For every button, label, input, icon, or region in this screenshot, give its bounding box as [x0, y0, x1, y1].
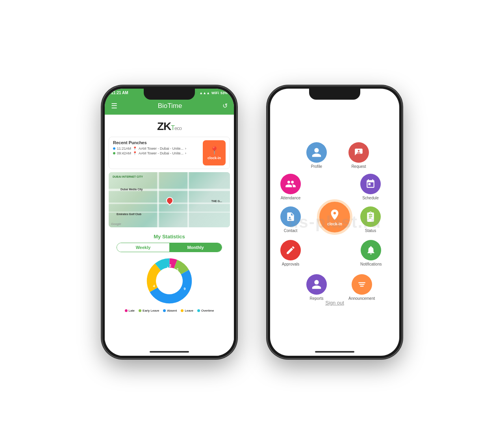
- approvals-label: Approvals: [282, 262, 299, 266]
- map-label-emirates: Emirates Golf Club: [117, 213, 141, 215]
- legend-leave: Leave: [181, 309, 193, 312]
- recent-punches: Recent Punches 11:21AM 📍 AAM Tower - Dub…: [109, 137, 230, 169]
- contact-label: Contact: [284, 229, 297, 233]
- announcement-icon-circle: [352, 274, 372, 295]
- legend-late: Late: [125, 309, 135, 312]
- profile-icon-circle: [306, 142, 327, 163]
- schedule-label: Schedule: [362, 196, 379, 200]
- menu-item-reports[interactable]: Reports: [306, 274, 327, 301]
- zkteco-logo: ZKTeco: [157, 120, 182, 133]
- status-time: 11:21 AM: [111, 91, 128, 95]
- menu-item-contact[interactable]: Contact: [280, 206, 301, 233]
- phone-2-inner: us-plast.ru Profile: [270, 89, 399, 356]
- donut-svg: 2 2 1 4 9: [144, 255, 195, 307]
- announcement-label: Announcement: [348, 296, 375, 301]
- legend-dot-leave: [181, 309, 183, 312]
- contact-icon-circle: [280, 206, 301, 227]
- punches-list: Recent Punches 11:21AM 📍 AAM Tower - Dub…: [113, 140, 200, 156]
- map-road-v2: [187, 172, 189, 227]
- map-area: DUBAI INTERNET CITY Dubai Media City THE…: [109, 172, 230, 227]
- phone-1-inner: 11:21 AM ▲▲▲ WiFi 53% ☰ BioTime ↺: [105, 89, 234, 356]
- donut-chart: 2 2 1 4 9: [109, 255, 230, 307]
- monthly-toggle[interactable]: Monthly: [169, 243, 222, 252]
- label-earlyLeave: 2: [169, 263, 171, 267]
- menu-item-profile[interactable]: Profile: [306, 142, 327, 169]
- menu-item-announcement[interactable]: Announcement: [348, 274, 375, 301]
- punch-dot-1: [113, 147, 115, 150]
- stats-title: My Statistics: [109, 234, 230, 240]
- map-background: DUBAI INTERNET CITY Dubai Media City THE…: [109, 172, 230, 227]
- legend-dot-absent: [163, 309, 166, 312]
- legend-label-overtime: Overtime: [201, 309, 214, 312]
- menu-grid: Profile Request: [280, 142, 390, 292]
- wifi-icon: WiFi: [211, 91, 219, 95]
- status-icon-circle: [360, 206, 381, 227]
- menu-item-attendance[interactable]: Attendance: [280, 174, 301, 200]
- legend-label-absent: Absent: [167, 309, 177, 312]
- legend-dot-overtime: [197, 309, 200, 312]
- notifications-label: Notifications: [360, 262, 382, 266]
- profile-label: Profile: [311, 164, 322, 169]
- legend-absent: Absent: [163, 309, 177, 312]
- map-label-the-greens: THE G...: [211, 200, 222, 202]
- attendance-label: Attendance: [281, 196, 301, 200]
- location-icon-2: 📍: [133, 151, 137, 155]
- logo-area: ZKTeco: [105, 115, 234, 137]
- menu-item-notifications[interactable]: Notifications: [360, 240, 382, 266]
- legend-overtime: Overtime: [197, 309, 214, 312]
- menu-item-approvals[interactable]: Approvals: [280, 240, 301, 266]
- punch-location-1: AAM Tower - Dubai - Unite...: [139, 147, 183, 150]
- punch-dot-2: [113, 152, 115, 154]
- legend-label-leave: Leave: [185, 309, 193, 312]
- phone-2-notch: [309, 89, 360, 100]
- signal-icon: ▲▲▲: [199, 91, 210, 95]
- clock-in-center[interactable]: clock-in: [317, 199, 352, 235]
- refresh-icon[interactable]: ↺: [222, 102, 228, 110]
- notifications-icon-circle: [361, 240, 381, 260]
- legend-dot-early-leave: [139, 309, 141, 312]
- donut-center: [156, 268, 183, 294]
- label-late: 1: [167, 266, 169, 270]
- map-label-dubai-internet: DUBAI INTERNET CITY: [113, 175, 143, 178]
- chart-legend: Late Early Leave Absent: [109, 307, 230, 315]
- label-leave: 4: [153, 284, 155, 288]
- phone-1-notch: [144, 89, 195, 100]
- legend-label-late: Late: [129, 309, 135, 312]
- clock-in-big-label: clock-in: [327, 222, 342, 226]
- sign-out-button[interactable]: Sign out: [325, 300, 344, 306]
- app-body: ZKTeco Recent Punches 11:21AM 📍 AAM Towe…: [105, 115, 234, 356]
- weekly-toggle[interactable]: Weekly: [117, 243, 169, 252]
- stats-section: My Statistics Weekly Monthly: [105, 230, 234, 356]
- schedule-icon-circle: [360, 174, 381, 194]
- menu-icon[interactable]: ☰: [111, 102, 117, 110]
- label-absent2: 2: [176, 268, 178, 271]
- punch-arrow-1: ›: [185, 147, 186, 150]
- status-icons: ▲▲▲ WiFi 53%: [199, 91, 228, 95]
- map-road-v1: [157, 172, 159, 227]
- punch-location-2: AAM Tower - Dubai - Unite...: [139, 151, 183, 155]
- menu-item-status[interactable]: Status: [360, 206, 381, 233]
- approvals-icon-circle: [280, 240, 301, 260]
- phone-2: us-plast.ru Profile: [268, 86, 402, 358]
- phone-1-home-bar: [150, 351, 189, 353]
- status-label: Status: [365, 229, 376, 233]
- punch-arrow-2: ›: [185, 151, 186, 155]
- phone-1-content: 11:21 AM ▲▲▲ WiFi 53% ☰ BioTime ↺: [105, 89, 234, 356]
- menu-item-schedule[interactable]: Schedule: [360, 174, 381, 200]
- phone-2-content: us-plast.ru Profile: [270, 89, 399, 356]
- clock-in-big-circle: clock-in: [317, 199, 352, 235]
- clock-in-button[interactable]: 📍 clock-in: [203, 140, 226, 165]
- punch-item-2: 09:42AM 📍 AAM Tower - Dubai - Unite... ›: [113, 151, 200, 155]
- legend-label-early-leave: Early Leave: [143, 309, 159, 312]
- request-label: Request: [351, 164, 366, 169]
- map-label-dubai-media: Dubai Media City: [120, 188, 143, 191]
- map-pin: [166, 197, 172, 205]
- phone-1: 11:21 AM ▲▲▲ WiFi 53% ☰ BioTime ↺: [102, 86, 236, 358]
- menu-item-request[interactable]: Request: [348, 142, 369, 169]
- legend-early-leave: Early Leave: [139, 309, 159, 312]
- punch-time-1: 11:21AM: [117, 147, 131, 150]
- clock-in-pin-icon: 📍: [209, 146, 219, 155]
- toggle-row: Weekly Monthly: [117, 243, 222, 252]
- location-icon-1: 📍: [133, 147, 137, 150]
- reports-icon-circle: [306, 274, 327, 295]
